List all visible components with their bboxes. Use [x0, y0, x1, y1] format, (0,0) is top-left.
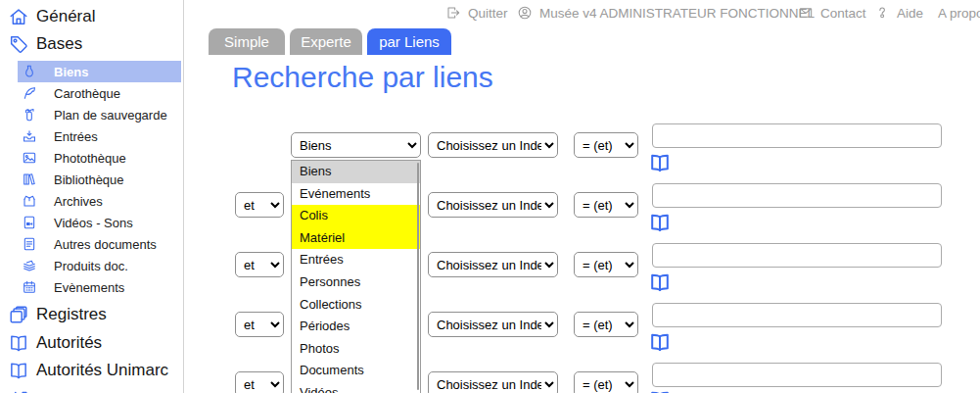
open-book-icon — [8, 332, 29, 354]
sidebar-item-evenements[interactable]: Evènements — [18, 276, 181, 298]
tab-par-liens[interactable]: par Liens — [367, 28, 451, 55]
sidebar-item-phototheque[interactable]: Photothèque — [18, 147, 181, 169]
tab-simple[interactable]: Simple — [209, 28, 285, 55]
dropdown-scrollbar[interactable] — [417, 163, 419, 390]
sidebar-item-entrees[interactable]: Entrées — [18, 125, 181, 147]
tag-icon — [8, 33, 29, 55]
tab-label: par Liens — [379, 33, 440, 50]
contact-button[interactable]: Contact — [798, 4, 866, 22]
sidebar-item-label: Photothèque — [54, 151, 126, 166]
sidebar-item-autorites[interactable]: Autorités — [8, 331, 102, 355]
sidebar-item-produits-doc[interactable]: Produits doc. — [18, 255, 181, 276]
index-select[interactable]: Choisissez un Index.. — [428, 252, 558, 277]
sidebar-item-plan-sauvegarde[interactable]: Plan de sauvegarde — [18, 104, 181, 125]
aide-button[interactable]: Aide — [874, 4, 923, 22]
apropos-button[interactable]: A propos — [938, 4, 980, 22]
search-value-input[interactable] — [652, 243, 942, 268]
sidebar-item-label: Autorités — [36, 333, 102, 353]
dropdown-option[interactable]: Entrées — [292, 249, 420, 271]
apropos-label: A propos — [938, 6, 980, 21]
search-value-input[interactable] — [652, 123, 942, 148]
sidebar-item-bibliotheque[interactable]: Bibliothèque — [18, 169, 181, 190]
books-icon — [22, 172, 37, 187]
feather-icon — [22, 85, 37, 101]
comparator-select[interactable]: = (et) — [574, 312, 638, 337]
sidebar-item-label: Plan de sauvegarde — [54, 108, 167, 123]
dropdown-option[interactable]: Collections — [292, 294, 420, 317]
sidebar-item-label: Produits doc. — [54, 259, 128, 273]
envelope-icon — [798, 5, 814, 21]
contact-label: Contact — [820, 6, 866, 21]
user-circle-icon — [517, 5, 533, 21]
logout-icon — [445, 5, 461, 21]
search-value-input[interactable] — [652, 303, 942, 327]
index-select[interactable]: Choisissez un Index.. — [428, 132, 558, 158]
index-select[interactable]: Choisissez un Index.. — [428, 371, 558, 393]
user-label: Musée v4 ADMINISTRATEUR FONCTIONNEL — [539, 6, 815, 21]
dropdown-option[interactable]: Vidéos — [292, 382, 420, 393]
aide-label: Aide — [897, 6, 923, 21]
sidebar-item-videos-sons[interactable]: Vidéos - Sons — [18, 212, 181, 233]
user-menu[interactable]: Musée v4 ADMINISTRATEUR FONCTIONNEL — [517, 4, 815, 22]
dropdown-option[interactable]: Photos — [292, 338, 420, 361]
document-icon — [22, 236, 37, 252]
sidebar-item-archives[interactable]: Archives — [18, 190, 181, 212]
papers-icon — [22, 258, 37, 273]
comparator-select[interactable]: = (et) — [574, 252, 638, 277]
sidebar-item-label: Bibliothèque — [54, 172, 124, 187]
lexicon-book-icon[interactable] — [648, 270, 672, 294]
search-value-input[interactable] — [652, 183, 942, 208]
dropdown-option[interactable]: Matériel — [292, 227, 420, 250]
sidebar-item-label: Evènements — [54, 280, 124, 295]
lexicon-book-icon[interactable] — [648, 388, 672, 393]
comparator-select[interactable]: = (et) — [574, 132, 638, 158]
quitter-button[interactable]: Quitter — [445, 4, 508, 22]
base-select[interactable]: Biens — [291, 132, 421, 158]
sidebar-item-label: Biens — [54, 65, 88, 79]
sidebar-divider — [183, 0, 184, 393]
dropdown-option[interactable]: Colis — [292, 205, 420, 227]
inbox-icon — [22, 128, 37, 144]
sidebar-item-partial[interactable] — [8, 386, 29, 393]
sidebar-item-label: Carothèque — [54, 86, 120, 101]
sidebar-item-carotheque[interactable]: Carothèque — [18, 82, 181, 104]
dropdown-option[interactable]: Biens — [292, 161, 420, 183]
sidebar-item-biens[interactable]: Biens — [18, 61, 181, 82]
base-select-dropdown: Biens Evénements Colis Matériel Entrées … — [291, 160, 421, 393]
open-book-icon — [8, 360, 29, 381]
tab-label: Experte — [301, 33, 351, 50]
operator-select[interactable]: et — [235, 371, 284, 393]
sidebar-item-autorites-unimarc[interactable]: Autorités Unimarc — [8, 359, 168, 382]
page-title: Recherche par liens — [232, 61, 493, 94]
question-icon — [874, 5, 890, 21]
dropdown-option[interactable]: Evénements — [292, 183, 420, 206]
video-file-icon — [22, 215, 37, 230]
index-select[interactable]: Choisissez un Index.. — [428, 192, 558, 218]
operator-select[interactable]: et — [235, 312, 284, 337]
sidebar-item-autres-documents[interactable]: Autres documents — [18, 233, 181, 255]
sidebar-item-general[interactable]: Général — [8, 5, 95, 28]
sidebar-item-bases[interactable]: Bases — [8, 32, 82, 56]
sidebar-item-label: Général — [36, 7, 95, 26]
app-window: Général Bases Biens Carothèque Plan de s… — [0, 0, 980, 393]
lexicon-book-icon[interactable] — [648, 211, 672, 234]
sidebar-item-label: Vidéos - Sons — [54, 216, 133, 230]
sidebar-item-registres[interactable]: Registres — [8, 303, 107, 326]
lexicon-book-icon[interactable] — [648, 330, 672, 354]
operator-select[interactable]: et — [235, 252, 284, 277]
dropdown-option[interactable]: Personnes — [292, 271, 420, 294]
quitter-label: Quitter — [468, 6, 508, 21]
tab-label: Simple — [224, 33, 269, 50]
comparator-select[interactable]: = (et) — [574, 192, 638, 218]
comparator-select[interactable]: = (et) — [574, 371, 638, 393]
dropdown-option[interactable]: Documents — [292, 360, 420, 382]
dropdown-option[interactable]: Périodes — [292, 316, 420, 338]
index-select[interactable]: Choisissez un Index.. — [428, 312, 558, 337]
search-value-input[interactable] — [652, 363, 942, 387]
tab-experte[interactable]: Experte — [290, 28, 362, 55]
sidebar-item-label: Autres documents — [54, 237, 157, 252]
sidebar-item-label: Autorités Unimarc — [36, 361, 168, 380]
sidebar-item-label: Registres — [36, 305, 107, 324]
lexicon-book-icon[interactable] — [648, 151, 672, 174]
operator-select[interactable]: et — [235, 192, 284, 218]
